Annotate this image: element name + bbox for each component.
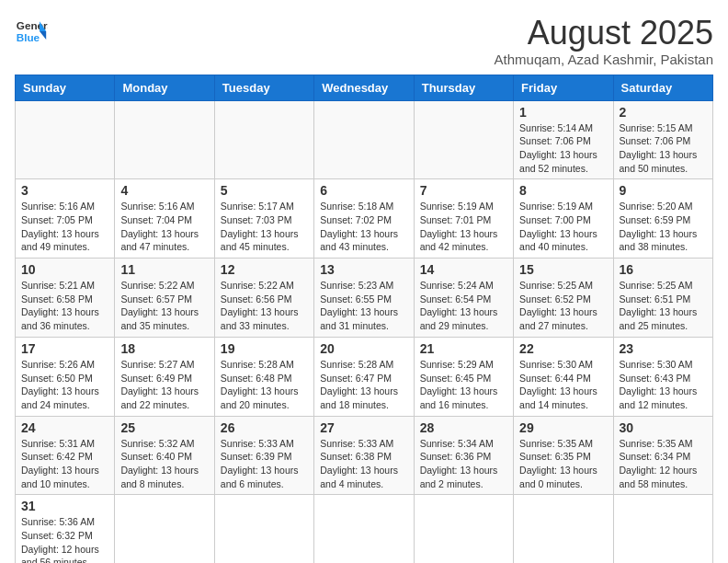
day-number: 5 bbox=[221, 183, 308, 198]
day-info: Sunrise: 5:30 AMSunset: 6:44 PMDaylight:… bbox=[519, 358, 607, 412]
calendar-week-row: 10Sunrise: 5:21 AMSunset: 6:58 PMDayligh… bbox=[16, 259, 713, 338]
calendar-table: Sunday Monday Tuesday Wednesday Thursday… bbox=[15, 75, 713, 563]
table-row: 11Sunrise: 5:22 AMSunset: 6:57 PMDayligh… bbox=[115, 259, 214, 338]
table-row: 8Sunrise: 5:19 AMSunset: 7:00 PMDaylight… bbox=[514, 179, 613, 259]
day-info: Sunrise: 5:30 AMSunset: 6:43 PMDaylight:… bbox=[620, 358, 707, 412]
day-number: 30 bbox=[620, 420, 707, 435]
header-wednesday: Wednesday bbox=[314, 75, 414, 100]
table-row: 31Sunrise: 5:36 AMSunset: 6:32 PMDayligh… bbox=[16, 495, 115, 563]
table-row: 12Sunrise: 5:22 AMSunset: 6:56 PMDayligh… bbox=[214, 259, 313, 338]
header-thursday: Thursday bbox=[414, 75, 513, 100]
table-row: 26Sunrise: 5:33 AMSunset: 6:39 PMDayligh… bbox=[214, 416, 313, 495]
table-row: 29Sunrise: 5:35 AMSunset: 6:35 PMDayligh… bbox=[514, 416, 613, 495]
day-info: Sunrise: 5:24 AMSunset: 6:54 PMDaylight:… bbox=[420, 279, 507, 333]
table-row bbox=[414, 100, 513, 179]
calendar-title: August 2025 bbox=[495, 15, 713, 52]
day-number: 19 bbox=[221, 341, 308, 356]
svg-marker-3 bbox=[40, 31, 46, 40]
page-header: General Blue August 2025 Athmuqam, Azad … bbox=[15, 15, 713, 67]
day-info: Sunrise: 5:14 AMSunset: 7:06 PMDaylight:… bbox=[519, 121, 607, 176]
table-row: 28Sunrise: 5:34 AMSunset: 6:36 PMDayligh… bbox=[414, 416, 513, 495]
day-number: 13 bbox=[320, 262, 407, 277]
table-row bbox=[16, 100, 115, 179]
logo: General Blue bbox=[15, 15, 48, 48]
day-number: 20 bbox=[320, 341, 407, 356]
day-number: 6 bbox=[320, 183, 407, 198]
table-row: 25Sunrise: 5:32 AMSunset: 6:40 PMDayligh… bbox=[115, 416, 214, 495]
table-row: 14Sunrise: 5:24 AMSunset: 6:54 PMDayligh… bbox=[414, 259, 513, 338]
day-info: Sunrise: 5:31 AMSunset: 6:42 PMDaylight:… bbox=[21, 437, 108, 491]
day-number: 28 bbox=[420, 420, 507, 435]
day-number: 22 bbox=[519, 341, 607, 356]
day-number: 25 bbox=[120, 420, 208, 435]
day-info: Sunrise: 5:15 AMSunset: 7:06 PMDaylight:… bbox=[620, 121, 707, 176]
table-row: 21Sunrise: 5:29 AMSunset: 6:45 PMDayligh… bbox=[414, 337, 513, 416]
header-monday: Monday bbox=[115, 75, 214, 100]
table-row: 17Sunrise: 5:26 AMSunset: 6:50 PMDayligh… bbox=[16, 337, 115, 416]
day-number: 26 bbox=[221, 420, 308, 435]
day-info: Sunrise: 5:27 AMSunset: 6:49 PMDaylight:… bbox=[120, 358, 208, 412]
header-tuesday: Tuesday bbox=[214, 75, 313, 100]
table-row: 18Sunrise: 5:27 AMSunset: 6:49 PMDayligh… bbox=[115, 337, 214, 416]
calendar-week-row: 3Sunrise: 5:16 AMSunset: 7:05 PMDaylight… bbox=[16, 179, 713, 259]
table-row bbox=[414, 495, 513, 563]
calendar-week-row: 31Sunrise: 5:36 AMSunset: 6:32 PMDayligh… bbox=[16, 495, 713, 563]
calendar-week-row: 1Sunrise: 5:14 AMSunset: 7:06 PMDaylight… bbox=[16, 100, 713, 179]
table-row: 19Sunrise: 5:28 AMSunset: 6:48 PMDayligh… bbox=[214, 337, 313, 416]
day-info: Sunrise: 5:17 AMSunset: 7:03 PMDaylight:… bbox=[221, 200, 308, 254]
day-number: 3 bbox=[21, 183, 108, 198]
day-number: 10 bbox=[21, 262, 108, 277]
day-info: Sunrise: 5:35 AMSunset: 6:34 PMDaylight:… bbox=[620, 437, 707, 491]
table-row: 30Sunrise: 5:35 AMSunset: 6:34 PMDayligh… bbox=[613, 416, 712, 495]
day-info: Sunrise: 5:28 AMSunset: 6:47 PMDaylight:… bbox=[320, 358, 407, 412]
weekday-header-row: Sunday Monday Tuesday Wednesday Thursday… bbox=[16, 75, 713, 100]
table-row: 2Sunrise: 5:15 AMSunset: 7:06 PMDaylight… bbox=[613, 100, 712, 179]
day-info: Sunrise: 5:16 AMSunset: 7:05 PMDaylight:… bbox=[21, 200, 108, 254]
day-info: Sunrise: 5:22 AMSunset: 6:57 PMDaylight:… bbox=[120, 279, 208, 333]
table-row: 15Sunrise: 5:25 AMSunset: 6:52 PMDayligh… bbox=[514, 259, 613, 338]
table-row: 20Sunrise: 5:28 AMSunset: 6:47 PMDayligh… bbox=[314, 337, 414, 416]
day-number: 14 bbox=[420, 262, 507, 277]
day-number: 17 bbox=[21, 341, 108, 356]
header-friday: Friday bbox=[514, 75, 613, 100]
table-row bbox=[613, 495, 712, 563]
day-info: Sunrise: 5:21 AMSunset: 6:58 PMDaylight:… bbox=[21, 279, 108, 333]
header-sunday: Sunday bbox=[16, 75, 115, 100]
calendar-week-row: 24Sunrise: 5:31 AMSunset: 6:42 PMDayligh… bbox=[16, 416, 713, 495]
header-saturday: Saturday bbox=[613, 75, 712, 100]
day-info: Sunrise: 5:36 AMSunset: 6:32 PMDaylight:… bbox=[21, 515, 108, 563]
table-row: 6Sunrise: 5:18 AMSunset: 7:02 PMDaylight… bbox=[314, 179, 414, 259]
generalblue-logo-icon: General Blue bbox=[15, 15, 48, 48]
table-row: 4Sunrise: 5:16 AMSunset: 7:04 PMDaylight… bbox=[115, 179, 214, 259]
day-info: Sunrise: 5:33 AMSunset: 6:39 PMDaylight:… bbox=[221, 437, 308, 491]
table-row bbox=[115, 495, 214, 563]
day-number: 12 bbox=[221, 262, 308, 277]
day-info: Sunrise: 5:29 AMSunset: 6:45 PMDaylight:… bbox=[420, 358, 507, 412]
calendar-subtitle: Athmuqam, Azad Kashmir, Pakistan bbox=[495, 52, 713, 67]
day-info: Sunrise: 5:35 AMSunset: 6:35 PMDaylight:… bbox=[519, 437, 607, 491]
day-number: 16 bbox=[620, 262, 707, 277]
day-info: Sunrise: 5:25 AMSunset: 6:52 PMDaylight:… bbox=[519, 279, 607, 333]
day-number: 18 bbox=[120, 341, 208, 356]
day-info: Sunrise: 5:19 AMSunset: 7:00 PMDaylight:… bbox=[519, 200, 607, 254]
table-row: 7Sunrise: 5:19 AMSunset: 7:01 PMDaylight… bbox=[414, 179, 513, 259]
day-number: 27 bbox=[320, 420, 407, 435]
day-number: 21 bbox=[420, 341, 507, 356]
table-row: 23Sunrise: 5:30 AMSunset: 6:43 PMDayligh… bbox=[613, 337, 712, 416]
table-row bbox=[514, 495, 613, 563]
table-row: 1Sunrise: 5:14 AMSunset: 7:06 PMDaylight… bbox=[514, 100, 613, 179]
day-info: Sunrise: 5:16 AMSunset: 7:04 PMDaylight:… bbox=[120, 200, 208, 254]
table-row bbox=[214, 100, 313, 179]
table-row: 27Sunrise: 5:33 AMSunset: 6:38 PMDayligh… bbox=[314, 416, 414, 495]
day-info: Sunrise: 5:23 AMSunset: 6:55 PMDaylight:… bbox=[320, 279, 407, 333]
day-info: Sunrise: 5:20 AMSunset: 6:59 PMDaylight:… bbox=[620, 200, 707, 254]
day-number: 29 bbox=[519, 420, 607, 435]
day-number: 9 bbox=[620, 183, 707, 198]
day-info: Sunrise: 5:19 AMSunset: 7:01 PMDaylight:… bbox=[420, 200, 507, 254]
table-row: 22Sunrise: 5:30 AMSunset: 6:44 PMDayligh… bbox=[514, 337, 613, 416]
calendar-week-row: 17Sunrise: 5:26 AMSunset: 6:50 PMDayligh… bbox=[16, 337, 713, 416]
day-number: 7 bbox=[420, 183, 507, 198]
day-info: Sunrise: 5:25 AMSunset: 6:51 PMDaylight:… bbox=[620, 279, 707, 333]
table-row: 9Sunrise: 5:20 AMSunset: 6:59 PMDaylight… bbox=[613, 179, 712, 259]
table-row: 24Sunrise: 5:31 AMSunset: 6:42 PMDayligh… bbox=[16, 416, 115, 495]
